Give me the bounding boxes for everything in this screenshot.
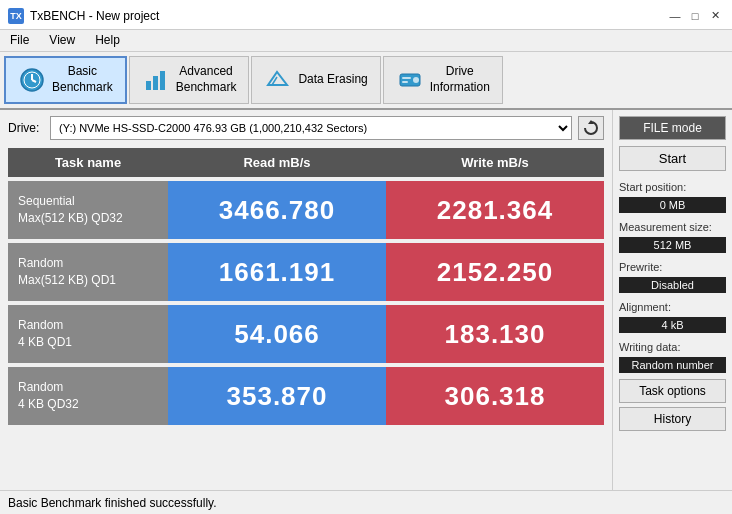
measurement-size-label: Measurement size: [619,221,726,233]
minimize-button[interactable]: — [666,7,684,25]
col-read: Read mB/s [168,153,386,172]
table-row: Random4 KB QD1 54.066 183.130 [8,305,604,363]
svg-rect-6 [160,71,165,90]
svg-rect-12 [402,77,411,79]
status-text: Basic Benchmark finished successfully. [8,496,217,510]
row-write-2: 183.130 [386,305,604,363]
title-left: TX TxBENCH - New project [8,8,159,24]
drive-information-label: DriveInformation [430,64,490,95]
table-row: SequentialMax(512 KB) QD32 3466.780 2281… [8,181,604,239]
svg-rect-4 [146,81,151,90]
row-label-2: Random4 KB QD1 [8,309,168,359]
app-icon: TX [8,8,24,24]
col-taskname: Task name [8,153,168,172]
alignment-value: 4 kB [619,317,726,333]
row-write-0: 2281.364 [386,181,604,239]
start-position-value: 0 MB [619,197,726,213]
writing-data-label: Writing data: [619,341,726,353]
history-button[interactable]: History [619,407,726,431]
bar-chart-icon [142,66,170,94]
maximize-button[interactable]: □ [686,7,704,25]
advanced-benchmark-label: AdvancedBenchmark [176,64,237,95]
svg-point-11 [413,77,419,83]
table-header: Task name Read mB/s Write mB/s [8,148,604,177]
drive-label: Drive: [8,121,44,135]
row-write-1: 2152.250 [386,243,604,301]
prewrite-value: Disabled [619,277,726,293]
data-erasing-label: Data Erasing [298,72,367,88]
close-button[interactable]: ✕ [706,7,724,25]
row-label-1: RandomMax(512 KB) QD1 [8,247,168,297]
main-panel: Drive: (Y:) NVMe HS-SSD-C2000 476.93 GB … [0,110,612,490]
right-panel: FILE mode Start Start position: 0 MB Mea… [612,110,732,490]
content-area: Drive: (Y:) NVMe HS-SSD-C2000 476.93 GB … [0,110,732,490]
svg-rect-13 [402,81,408,83]
drive-icon [396,66,424,94]
row-read-0: 3466.780 [168,181,386,239]
menu-bar: File View Help [0,30,732,52]
start-button[interactable]: Start [619,146,726,171]
toolbar: BasicBenchmark AdvancedBenchmark Data Er… [0,52,732,110]
file-mode-button[interactable]: FILE mode [619,116,726,140]
drive-row: Drive: (Y:) NVMe HS-SSD-C2000 476.93 GB … [8,116,604,140]
window-title: TxBENCH - New project [30,9,159,23]
alignment-label: Alignment: [619,301,726,313]
toolbar-advanced-benchmark[interactable]: AdvancedBenchmark [129,56,250,104]
row-read-3: 353.870 [168,367,386,425]
drive-refresh-button[interactable] [578,116,604,140]
menu-view[interactable]: View [43,32,81,49]
drive-select[interactable]: (Y:) NVMe HS-SSD-C2000 476.93 GB (1,000,… [50,116,572,140]
status-bar: Basic Benchmark finished successfully. [0,490,732,514]
menu-file[interactable]: File [4,32,35,49]
basic-benchmark-label: BasicBenchmark [52,64,113,95]
task-options-button[interactable]: Task options [619,379,726,403]
col-write: Write mB/s [386,153,604,172]
row-write-3: 306.318 [386,367,604,425]
benchmark-table: Task name Read mB/s Write mB/s Sequentia… [8,148,604,425]
row-read-2: 54.066 [168,305,386,363]
toolbar-drive-information[interactable]: DriveInformation [383,56,503,104]
row-label-0: SequentialMax(512 KB) QD32 [8,185,168,235]
row-read-1: 1661.191 [168,243,386,301]
row-label-3: Random4 KB QD32 [8,371,168,421]
erase-icon [264,66,292,94]
table-rows: SequentialMax(512 KB) QD32 3466.780 2281… [8,181,604,425]
svg-marker-7 [268,72,287,85]
toolbar-data-erasing[interactable]: Data Erasing [251,56,380,104]
toolbar-basic-benchmark[interactable]: BasicBenchmark [4,56,127,104]
start-position-label: Start position: [619,181,726,193]
svg-rect-5 [153,76,158,90]
writing-data-value: Random number [619,357,726,373]
title-bar: TX TxBENCH - New project — □ ✕ [0,0,732,30]
menu-help[interactable]: Help [89,32,126,49]
table-row: RandomMax(512 KB) QD1 1661.191 2152.250 [8,243,604,301]
prewrite-label: Prewrite: [619,261,726,273]
measurement-size-value: 512 MB [619,237,726,253]
window-controls: — □ ✕ [666,7,724,25]
clock-icon [18,66,46,94]
table-row: Random4 KB QD32 353.870 306.318 [8,367,604,425]
